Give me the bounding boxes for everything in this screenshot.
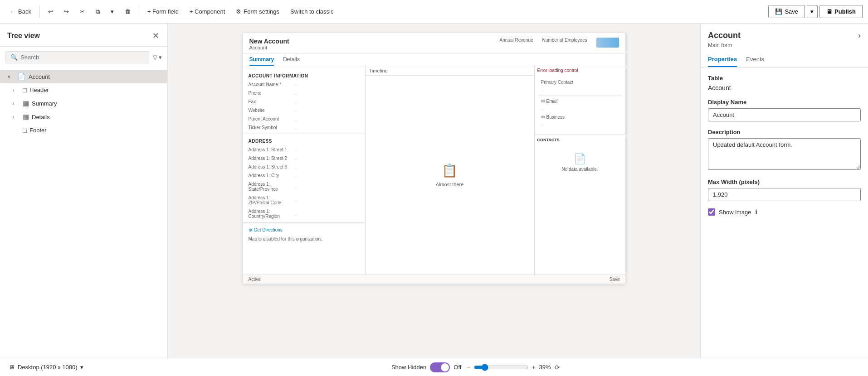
filter-button[interactable]: ▽ ▾ — [153, 54, 162, 61]
tree-item-summary[interactable]: › ▦ Summary — [0, 96, 167, 110]
preview-field-parent: Parent Account ... — [243, 115, 365, 123]
delete-button[interactable]: 🗑 — [120, 5, 135, 18]
preview-field-value: ... — [294, 99, 297, 104]
dropdown-button[interactable]: ▾ — [106, 5, 118, 18]
right-panel-body: Table Account Display Name Description U… — [701, 67, 868, 223]
preview-body: ACCOUNT INFORMATION Account Name * ... P… — [243, 66, 625, 275]
form-settings-icon: ⚙ — [236, 8, 241, 15]
preview-divider2 — [243, 222, 365, 223]
preview-field-ticker: Ticker Symbol ... — [243, 123, 365, 132]
right-panel: Account › Main form Properties Events Ta… — [700, 24, 868, 358]
form-settings-button[interactable]: ⚙ Form settings — [231, 5, 284, 18]
undo-button[interactable]: ↩ — [44, 5, 58, 18]
timeline-icon: 📋 — [442, 163, 458, 178]
tree-close-button[interactable]: ✕ — [151, 30, 160, 42]
max-width-input[interactable] — [708, 188, 861, 201]
publish-icon: 🖥 — [826, 8, 832, 15]
tree-item-label-summary: Summary — [32, 100, 57, 107]
preview-field-value: ... — [294, 125, 297, 130]
redo-button[interactable]: ↪ — [59, 5, 73, 18]
get-directions-button[interactable]: ⊕ Get Directions — [243, 225, 365, 235]
tree-item-label-account: Account — [29, 73, 50, 80]
show-image-checkbox[interactable] — [708, 208, 715, 216]
zoom-reset-button[interactable]: ⟳ — [555, 364, 560, 371]
right-panel-tabs: Properties Events — [701, 52, 868, 67]
prop-table-value: Account — [708, 84, 861, 92]
preview-field-value: ... — [294, 164, 297, 169]
preview-field-label: Fax — [249, 99, 289, 104]
preview-field-website: Website ... — [243, 106, 365, 115]
zoom-slider[interactable] — [474, 364, 528, 371]
tree-chevron-details: › — [13, 114, 20, 120]
prop-show-image: Show image ℹ — [708, 208, 861, 216]
preview-field-value: ... — [294, 108, 297, 113]
tree-item-header[interactable]: › □ Header — [0, 83, 167, 96]
preview-field-country: Address 1: Country/Region ... — [243, 207, 365, 221]
preview-field-street2: Address 1: Street 2 ... — [243, 154, 365, 163]
tab-events[interactable]: Events — [746, 52, 764, 67]
preview-field-value: ... — [294, 82, 297, 87]
description-textarea[interactable]: Updated default Account form. — [708, 138, 861, 170]
preview-tab-summary[interactable]: Summary — [249, 56, 274, 66]
show-hidden-label: Show Hidden — [391, 364, 426, 371]
switch-classic-button[interactable]: Switch to classic — [286, 5, 338, 18]
zoom-plus-icon[interactable]: + — [532, 364, 536, 371]
preview-field-street3: Address 1: Street 3 ... — [243, 163, 365, 171]
back-button[interactable]: ← Back — [5, 5, 36, 18]
preview-status: Active — [249, 277, 261, 282]
preview-tab-details[interactable]: Details — [283, 56, 300, 66]
preview-field-label: Website — [249, 108, 289, 113]
tree-item-details[interactable]: › ▦ Details — [0, 110, 167, 124]
save-chevron-icon: ▾ — [810, 8, 814, 15]
search-input[interactable] — [20, 54, 144, 61]
form-settings-label: Form settings — [244, 8, 279, 15]
preview-field-label: Account Name * — [249, 82, 289, 87]
preview-field-value: ... — [294, 198, 297, 203]
tree-item-footer[interactable]: › □ Footer — [0, 124, 167, 137]
tree-item-icon-summary: ▦ — [23, 99, 29, 107]
display-name-input[interactable] — [708, 108, 861, 121]
prop-max-width-label: Max Width (pixels) — [708, 178, 861, 185]
tree-chevron-header: › — [13, 87, 20, 93]
desktop-selector[interactable]: 🖥 Desktop (1920 x 1080) ▾ — [9, 364, 83, 371]
status-bar: 🖥 Desktop (1920 x 1080) ▾ Show Hidden Of… — [0, 358, 868, 376]
info-icon[interactable]: ℹ — [755, 208, 757, 216]
preview-field-value: ... — [294, 184, 297, 189]
delete-icon: 🗑 — [125, 8, 131, 15]
prop-description-label: Description — [708, 129, 861, 135]
preview-field-street1: Address 1: Street 1 ... — [243, 145, 365, 154]
tab-properties[interactable]: Properties — [708, 52, 737, 67]
separator-1 — [39, 5, 40, 18]
map-disabled-label: Map is disabled for this organization. — [243, 235, 365, 243]
canvas-area: New Account Account Annual Revenue Numbe… — [168, 24, 700, 358]
zoom-value-label: 39% — [539, 364, 551, 371]
preview-field-value: ... — [294, 212, 297, 217]
save-dropdown-button[interactable]: ▾ — [807, 5, 818, 18]
show-image-label: Show image — [719, 209, 751, 216]
component-button[interactable]: + Component — [185, 5, 229, 18]
zoom-row: − + 39% ⟳ — [467, 364, 560, 371]
redo-icon: ↪ — [64, 8, 69, 15]
tree-item-label-footer: Footer — [29, 127, 47, 134]
col3-contacts-title: CONTACTS — [535, 136, 625, 144]
paste-button[interactable]: ⧉ — [91, 5, 104, 18]
tree-item-icon-footer: □ — [23, 126, 27, 134]
error-banner: Error loading control — [535, 66, 625, 75]
preview-field-label: Address 1: ZIP/Postal Code — [249, 195, 289, 205]
show-hidden-toggle-container: Show Hidden Off — [391, 362, 461, 372]
col3-email-label: ✉ Email — [538, 97, 622, 105]
tree-item-account[interactable]: ∨ 📄 Account — [0, 70, 167, 83]
save-button[interactable]: 💾 Save — [768, 5, 805, 18]
cut-button[interactable]: ✂ — [75, 5, 89, 18]
required-star: * — [279, 82, 281, 87]
publish-button[interactable]: 🖥 Publish — [819, 5, 863, 18]
right-panel-chevron-button[interactable]: › — [858, 31, 861, 40]
timeline-area: 📋 Almost there — [366, 76, 534, 275]
show-hidden-toggle[interactable] — [430, 362, 450, 372]
preview-field-value: ... — [294, 147, 297, 152]
preview-field-value: ... — [294, 91, 297, 96]
component-label: + Component — [190, 8, 225, 15]
form-field-button[interactable]: + Form field — [143, 5, 183, 18]
zoom-minus-icon[interactable]: − — [467, 364, 470, 371]
tree-item-icon-details: ▦ — [23, 113, 29, 121]
